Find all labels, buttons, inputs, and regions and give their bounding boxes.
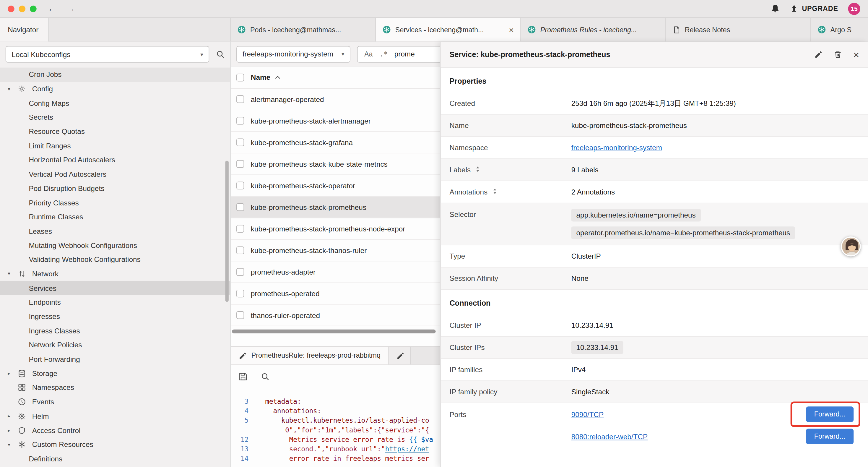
sidebar-item-access-control[interactable]: ▸Access Control [0, 423, 230, 437]
row-checkbox[interactable] [236, 290, 244, 297]
tab-argo-s[interactable]: Argo S [811, 18, 868, 42]
sidebar-item-port-forwarding[interactable]: Port Forwarding [0, 352, 230, 366]
search-icon[interactable] [216, 50, 225, 59]
upgrade-icon [790, 4, 798, 13]
port-link[interactable]: 9090/TCP [571, 410, 604, 418]
column-header-name[interactable]: Name [251, 73, 270, 81]
chevron-down-icon[interactable]: ▾ [8, 442, 18, 447]
forward-button[interactable]: Forward... [806, 429, 854, 444]
row-checkbox[interactable] [236, 95, 244, 103]
sidebar-item-label: Namespaces [32, 383, 74, 391]
chevron-right-icon[interactable]: ▸ [8, 371, 18, 376]
sidebar-item-limit-ranges[interactable]: Limit Ranges [0, 139, 230, 153]
save-icon[interactable] [239, 372, 248, 381]
dock-tab-prometheusrule[interactable]: PrometheusRule: freeleaps-prod-rabbitmq [231, 347, 389, 364]
regex-toggle[interactable]: .* [379, 50, 388, 58]
sidebar-item-priority-classes[interactable]: Priority Classes [0, 196, 230, 210]
detail-label: Created [450, 99, 571, 107]
tab-close-icon[interactable]: × [509, 25, 514, 34]
navigator-header: Navigator [0, 18, 231, 42]
back-icon[interactable]: ← [48, 4, 56, 13]
sidebar-item-helm[interactable]: ▸Helm [0, 409, 230, 423]
helm-icon [18, 412, 26, 420]
forward-button[interactable]: Forward... [806, 406, 854, 422]
row-checkbox[interactable] [236, 268, 244, 276]
chevron-down-icon[interactable]: ▾ [8, 86, 18, 92]
forward-icon[interactable]: → [66, 4, 75, 13]
code-text: error rate in freeleaps metrics ser [255, 454, 429, 464]
value-badge: 10.233.14.91 [571, 341, 623, 354]
sidebar-item-vertical-pod-autoscalers[interactable]: Vertical Pod Autoscalers [0, 167, 230, 181]
bell-icon[interactable] [771, 4, 780, 13]
sidebar-item-storage[interactable]: ▸Storage [0, 366, 230, 380]
tab-release-notes[interactable]: Release Notes [666, 18, 811, 42]
line-number: 5 [231, 416, 255, 426]
sidebar-item-ingresses[interactable]: Ingresses [0, 310, 230, 324]
sidebar-item-network[interactable]: ▾Network [0, 267, 230, 281]
kubeconfig-select[interactable]: Local Kubeconfigs ▾ [6, 46, 210, 63]
sidebar-item-config-maps[interactable]: Config Maps [0, 96, 230, 110]
app-window: ← → UPGRADE 15 Navigator Pods - icecheng… [0, 0, 868, 467]
sidebar-item-label: Runtime Classes [29, 213, 83, 221]
sidebar-scrollbar[interactable] [225, 160, 229, 302]
code-text: annotations: [255, 407, 321, 416]
search-icon[interactable] [261, 372, 270, 381]
match-case-toggle[interactable]: Aa [364, 50, 373, 58]
sidebar-item-services[interactable]: Services [0, 281, 230, 295]
sidebar-item-ingress-classes[interactable]: Ingress Classes [0, 324, 230, 338]
sidebar-item-horizontal-pod-autoscalers[interactable]: Horizontal Pod Autoscalers [0, 153, 230, 167]
row-checkbox[interactable] [236, 117, 244, 124]
close-icon[interactable]: × [853, 50, 859, 60]
row-checkbox[interactable] [236, 311, 244, 319]
upgrade-button[interactable]: UPGRADE [790, 4, 838, 13]
sidebar-item-events[interactable]: Events [0, 395, 230, 409]
namespace-select[interactable]: freeleaps-monitoring-system ▾ [236, 46, 350, 62]
sidebar-item-endpoints[interactable]: Endpoints [0, 295, 230, 310]
edit-icon[interactable] [814, 51, 823, 59]
tab-services-icecheng-math[interactable]: Services - icecheng@math...× [376, 18, 521, 42]
tab-prometheus-rules-icecheng[interactable]: Prometheus Rules - icecheng... [521, 18, 666, 42]
sidebar-item-mutating-webhook-configurations[interactable]: Mutating Webhook Configurations [0, 238, 230, 253]
namespace-link[interactable]: freeleaps-monitoring-system [571, 143, 662, 152]
sidebar-item-label: Ingress Classes [29, 327, 80, 335]
sidebar-item-runtime-classes[interactable]: Runtime Classes [0, 210, 230, 224]
chevron-right-icon[interactable]: ▸ [8, 413, 18, 419]
sidebar-item-resource-quotas[interactable]: Resource Quotas [0, 124, 230, 139]
avatar[interactable] [841, 236, 861, 256]
sidebar-item-definitions[interactable]: Definitions [0, 451, 230, 466]
maximize-window-button[interactable] [30, 5, 36, 12]
row-checkbox[interactable] [236, 182, 244, 189]
sidebar-item-leases[interactable]: Leases [0, 224, 230, 238]
delete-icon[interactable] [834, 51, 842, 59]
notification-count-badge[interactable]: 15 [848, 2, 860, 14]
port-row: 8080:reloader-web/TCPForward... [571, 425, 859, 447]
pencil-icon [397, 351, 405, 360]
expand-toggle-icon[interactable] [492, 187, 498, 196]
detail-value: 9 Labels [571, 166, 598, 174]
sidebar-item-namespaces[interactable]: Namespaces [0, 380, 230, 395]
sidebar-item-pod-disruption-budgets[interactable]: Pod Disruption Budgets [0, 181, 230, 196]
row-checkbox[interactable] [236, 138, 244, 146]
sidebar-item-custom-resources[interactable]: ▾Custom Resources [0, 437, 230, 451]
expand-toggle-icon[interactable] [475, 165, 481, 174]
sidebar-item-cron-jobs[interactable]: Cron Jobs [0, 68, 230, 82]
row-checkbox[interactable] [236, 225, 244, 233]
select-all-checkbox[interactable] [236, 73, 244, 81]
row-name: kube-prometheus-stack-kube-state-metrics [251, 160, 388, 168]
row-checkbox[interactable] [236, 160, 244, 168]
port-link[interactable]: 8080:reloader-web/TCP [571, 432, 648, 440]
row-checkbox[interactable] [236, 203, 244, 211]
close-window-button[interactable] [8, 5, 14, 12]
horizontal-scrollbar[interactable] [232, 329, 436, 333]
row-name: kube-prometheus-stack-prometheus-node-ex… [251, 225, 405, 233]
sidebar-item-config[interactable]: ▾Config [0, 82, 230, 96]
row-checkbox[interactable] [236, 246, 244, 254]
chevron-down-icon[interactable]: ▾ [8, 271, 18, 276]
chevron-right-icon[interactable]: ▸ [8, 428, 18, 433]
minimize-window-button[interactable] [19, 5, 25, 12]
sidebar-item-secrets[interactable]: Secrets [0, 110, 230, 124]
tab-pods-icecheng-mathmas[interactable]: Pods - icecheng@mathmas... [231, 18, 376, 42]
dock-tab-partial[interactable] [389, 347, 411, 364]
sidebar-item-validating-webhook-configurations[interactable]: Validating Webhook Configurations [0, 253, 230, 267]
sidebar-item-network-policies[interactable]: Network Policies [0, 338, 230, 352]
